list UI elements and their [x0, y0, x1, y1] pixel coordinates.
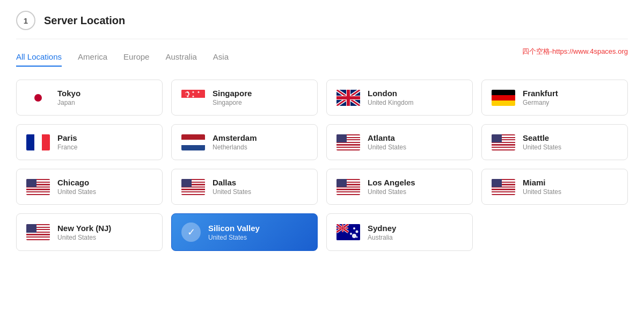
- city-name: Singapore: [213, 89, 252, 98]
- location-info: Los Angeles United States: [368, 178, 415, 196]
- flag-australia: [336, 224, 360, 240]
- flag-netherlands: [181, 134, 205, 150]
- flag-japan: [26, 90, 50, 106]
- flag-us: [26, 179, 50, 195]
- city-name: Miami: [523, 178, 561, 187]
- country-name: Japan: [57, 99, 80, 106]
- country-name: United States: [523, 188, 561, 196]
- city-name: Dallas: [213, 178, 251, 187]
- location-grid: Tokyo Japan ✦ ✦ ✦ ✦ ✦ Singapore Singapor…: [16, 80, 628, 251]
- location-card-paris[interactable]: Paris France: [16, 124, 163, 160]
- city-name: Frankfurt: [523, 89, 558, 98]
- country-name: United States: [368, 188, 415, 196]
- country-name: United States: [213, 188, 251, 196]
- flag-us: [336, 179, 360, 195]
- location-info: Silicon Valley United States: [208, 224, 260, 241]
- city-name: Silicon Valley: [208, 224, 260, 233]
- city-name: Seattle: [523, 133, 561, 142]
- city-name: London: [368, 89, 413, 98]
- country-name: Singapore: [213, 99, 252, 106]
- city-name: Tokyo: [57, 89, 80, 98]
- location-info: Atlanta United States: [368, 133, 406, 151]
- watermark-text: 四个空格-https://www.4spaces.org: [522, 47, 628, 56]
- location-info: Miami United States: [523, 178, 561, 196]
- flag-uk: [336, 90, 360, 106]
- location-info: New York (NJ) United States: [57, 224, 111, 241]
- country-name: Germany: [523, 99, 558, 106]
- tab-all-locations[interactable]: All Locations: [16, 52, 62, 67]
- location-card-seattle[interactable]: Seattle United States: [481, 124, 628, 160]
- country-name: United States: [57, 234, 111, 241]
- city-name: Chicago: [57, 178, 96, 187]
- location-card-amsterdam[interactable]: Amsterdam Netherlands: [171, 124, 318, 160]
- location-card-losangeles[interactable]: Los Angeles United States: [326, 169, 473, 205]
- country-name: United States: [523, 143, 561, 151]
- location-card-newyork[interactable]: New York (NJ) United States: [16, 213, 163, 251]
- location-info: Dallas United States: [213, 178, 251, 196]
- tab-america[interactable]: America: [78, 52, 107, 67]
- location-info: Tokyo Japan: [57, 89, 80, 106]
- tab-australia[interactable]: Australia: [165, 52, 196, 67]
- selected-check-icon: ✓: [181, 222, 201, 242]
- location-card-chicago[interactable]: Chicago United States: [16, 169, 163, 205]
- tab-asia[interactable]: Asia: [213, 52, 229, 67]
- flag-us: [181, 179, 205, 195]
- city-name: Paris: [57, 133, 77, 142]
- tab-europe[interactable]: Europe: [123, 52, 149, 67]
- location-card-frankfurt[interactable]: Frankfurt Germany: [481, 80, 628, 116]
- location-card-singapore[interactable]: ✦ ✦ ✦ ✦ ✦ Singapore Singapore: [171, 80, 318, 116]
- svg-point-19: [356, 231, 358, 233]
- location-card-miami[interactable]: Miami United States: [481, 169, 628, 205]
- location-card-sydney[interactable]: Sydney Australia: [326, 213, 473, 251]
- country-name: United Kingdom: [368, 99, 413, 106]
- flag-us: [492, 134, 515, 150]
- location-info: Frankfurt Germany: [523, 89, 558, 106]
- city-name: Sydney: [368, 224, 396, 233]
- svg-rect-17: [342, 224, 343, 232]
- city-name: Atlanta: [368, 133, 406, 142]
- flag-germany: [492, 90, 515, 106]
- flag-us: [26, 224, 50, 240]
- step-indicator: 1: [16, 11, 35, 30]
- flag-us: [492, 179, 515, 195]
- location-info: Amsterdam Netherlands: [213, 133, 257, 151]
- flag-france: [26, 134, 50, 150]
- city-name: Amsterdam: [213, 133, 257, 142]
- location-card-dallas[interactable]: Dallas United States: [171, 169, 318, 205]
- svg-rect-8: [347, 90, 350, 106]
- location-card-tokyo[interactable]: Tokyo Japan: [16, 80, 163, 116]
- page-header: 1 Server Location: [16, 11, 628, 39]
- flag-us: [336, 134, 360, 150]
- location-info: Singapore Singapore: [213, 89, 252, 106]
- flag-singapore: ✦ ✦ ✦ ✦ ✦: [181, 90, 205, 106]
- svg-point-20: [353, 227, 355, 229]
- location-card-siliconvalley[interactable]: ✓ Silicon Valley United States: [171, 213, 318, 251]
- country-name: United States: [208, 234, 260, 241]
- tab-bar: All Locations America Europe Australia A…: [16, 52, 628, 67]
- location-info: Seattle United States: [523, 133, 561, 151]
- location-info: London United Kingdom: [368, 89, 413, 106]
- page-title: Server Location: [44, 15, 125, 27]
- svg-point-21: [350, 233, 352, 235]
- location-info: Sydney Australia: [368, 224, 396, 241]
- svg-point-22: [356, 236, 358, 238]
- country-name: United States: [368, 143, 406, 151]
- location-info: Chicago United States: [57, 178, 96, 196]
- country-name: United States: [57, 188, 96, 196]
- city-name: New York (NJ): [57, 224, 111, 233]
- location-card-atlanta[interactable]: Atlanta United States: [326, 124, 473, 160]
- location-info: Paris France: [57, 133, 77, 151]
- country-name: France: [57, 143, 77, 151]
- country-name: Australia: [368, 234, 396, 241]
- svg-point-18: [352, 234, 356, 238]
- location-card-london[interactable]: London United Kingdom: [326, 80, 473, 116]
- city-name: Los Angeles: [368, 178, 415, 187]
- country-name: Netherlands: [213, 143, 257, 151]
